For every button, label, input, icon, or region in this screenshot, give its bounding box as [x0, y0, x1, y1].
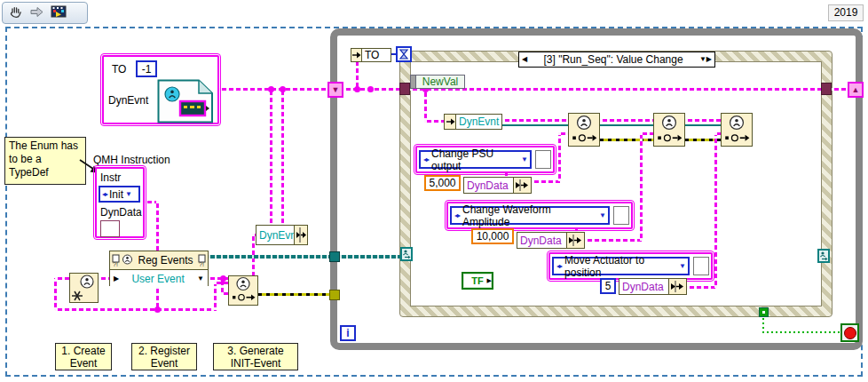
runseq-boolean-terminal[interactable]: TF ▶ — [462, 272, 493, 290]
create-user-event-node[interactable] — [69, 273, 99, 303]
enum-dropdown-icon[interactable]: ▼ — [679, 262, 685, 270]
row-dropdown-icon[interactable]: ▼ — [197, 275, 204, 283]
unbundle-to-cell[interactable]: TO — [361, 48, 391, 62]
qmh-constant-psu[interactable]: ◂▸ Change PSU output ▼ — [415, 146, 555, 173]
dynamic-event-terminal-right[interactable] — [817, 249, 830, 263]
event-case-label: [3] "Run_Seq": Value Change — [527, 53, 699, 66]
shift-register-right[interactable]: ▲ — [848, 82, 864, 98]
hand-tool-icon[interactable] — [8, 4, 23, 22]
enum-psu[interactable]: ◂▸ Change PSU output ▼ — [419, 150, 532, 169]
svg-text:?!: ?! — [199, 261, 204, 267]
enum-waveform[interactable]: ◂▸ Change Waveform Amplitude ▼ — [450, 206, 610, 225]
unbundle-dynevnt-cell[interactable]: DynEvnt — [455, 114, 502, 130]
variant-element-box[interactable] — [613, 206, 629, 225]
bundle-dyndata-3-icon[interactable] — [668, 278, 687, 295]
user-event-person-icon — [122, 254, 133, 267]
generate-user-event-node-init[interactable] — [228, 275, 258, 306]
timeout-terminal[interactable] — [396, 46, 412, 62]
unbundle-dynevnt-arrow-icon[interactable] — [444, 114, 456, 130]
loop-tunnel-error[interactable] — [329, 290, 340, 300]
psu-value-constant[interactable]: 5,000 — [424, 175, 461, 191]
variant-element-box[interactable] — [535, 150, 551, 169]
bundle-icon[interactable] — [294, 225, 308, 245]
enum-inc-dec-icon[interactable]: ◂▸ — [423, 155, 429, 163]
event-reg-out-icon: ?! — [198, 254, 206, 267]
cluster-to-label: TO — [112, 63, 126, 76]
event-data-node[interactable]: NewVal — [410, 75, 465, 89]
event-cluster-constant[interactable]: TO -1 DynEvnt — [102, 55, 219, 124]
bundle-dynevnt-cell[interactable]: DynEvnt — [256, 225, 295, 245]
vi-film-icon[interactable] — [51, 4, 67, 21]
instr-enum-constant[interactable]: ◂▸ Init ▼ — [99, 186, 140, 203]
waveform-value-constant[interactable]: 10,000 — [471, 228, 514, 244]
event-case-selector[interactable]: ◀ [3] "Run_Seq": Value Change ▼ ▶ — [518, 52, 715, 68]
reg-events-title: Reg Events — [135, 254, 196, 267]
next-case-icon[interactable]: ▶ — [706, 56, 712, 63]
event-source-icon: ?! — [112, 254, 120, 267]
shift-register-left[interactable]: ▼ — [327, 82, 343, 98]
bundle-dyndata-2-icon[interactable] — [566, 232, 585, 249]
generate-user-event-node-1[interactable] — [568, 113, 600, 147]
terminal-output-icon: ▶ — [487, 277, 492, 284]
dynamic-event-terminal-left[interactable] — [400, 247, 413, 261]
generate-user-event-node-3[interactable] — [721, 113, 753, 147]
svg-text:?!: ?! — [113, 261, 118, 267]
actuator-value-constant[interactable]: 5 — [600, 278, 616, 294]
loop-condition-stop-terminal[interactable] — [840, 323, 859, 342]
dyndata-variant-constant[interactable] — [100, 220, 120, 237]
user-event-refnum-page-icon[interactable] — [157, 79, 214, 123]
step-label-1: 1. Create Event — [55, 343, 112, 370]
loop-tunnel-events[interactable] — [329, 251, 340, 262]
enum-inc-dec-icon[interactable]: ◂▸ — [556, 262, 562, 270]
enum-dropdown-icon[interactable]: ▼ — [599, 211, 605, 219]
enum-dropdown-icon[interactable]: ▼ — [521, 155, 527, 163]
tools-palette — [2, 2, 88, 24]
bundle-dyndata-3-cell[interactable]: DynData — [619, 278, 669, 295]
labview-block-diagram: 2019 ◀ [3] "Run_Seq": Value Change ▼ ▶ T… — [0, 0, 868, 382]
year-label: 2019 — [828, 4, 864, 21]
bundle-dyndata-1-icon[interactable] — [513, 177, 532, 194]
enum-inc-dec-icon[interactable]: ◂▸ — [454, 211, 460, 219]
enum-inc-dec-icon[interactable]: ◂▸ — [102, 190, 107, 198]
cluster-dynevnt-label: DynEvnt — [108, 94, 148, 107]
qmh-constant-waveform[interactable]: ◂▸ Change Waveform Amplitude ▼ — [446, 202, 633, 229]
bundle-dyndata-1-cell[interactable]: DynData — [463, 177, 514, 194]
enum-dropdown-icon[interactable]: ▼ — [125, 190, 131, 198]
scroll-arrow-icon[interactable] — [29, 4, 44, 22]
event-tunnel-left[interactable] — [399, 83, 410, 95]
bundle-dyndata-2-cell[interactable]: DynData — [517, 232, 567, 249]
enum-actuator[interactable]: ◂▸ Move Actuator to position ▼ — [552, 257, 690, 275]
timeout-constant[interactable]: -1 — [136, 60, 157, 77]
qmh-instruction-cluster[interactable]: Instr ◂▸ Init ▼ DynData — [95, 167, 145, 238]
case-dropdown-icon[interactable]: ▼ — [699, 56, 706, 63]
loop-iteration-terminal[interactable]: i — [340, 325, 356, 341]
event-data-newval: NewVal — [416, 76, 464, 88]
stop-sign-icon — [844, 327, 856, 339]
reg-events-source-row[interactable]: ▶ User Event ▼ — [110, 269, 208, 287]
instr-label: Instr — [100, 171, 121, 184]
free-label-note: The Enum has to be a TypeDef — [4, 137, 86, 185]
generate-user-event-node-2[interactable] — [653, 113, 685, 147]
step-label-2: 2. Register Event — [131, 343, 197, 370]
event-tunnel-stop[interactable] — [759, 307, 769, 317]
step-label-3: 3. Generate INIT-Event — [213, 343, 298, 370]
event-tunnel-right[interactable] — [821, 83, 832, 95]
reg-events-selected: User Event — [119, 273, 197, 285]
dyndata-label: DynData — [100, 206, 142, 219]
register-for-events-node[interactable]: ?! Reg Events ?! ▶ User Event ▼ — [109, 251, 209, 286]
variant-element-box[interactable] — [693, 257, 709, 275]
qmh-constant-actuator[interactable]: ◂▸ Move Actuator to position ▼ — [548, 252, 713, 280]
